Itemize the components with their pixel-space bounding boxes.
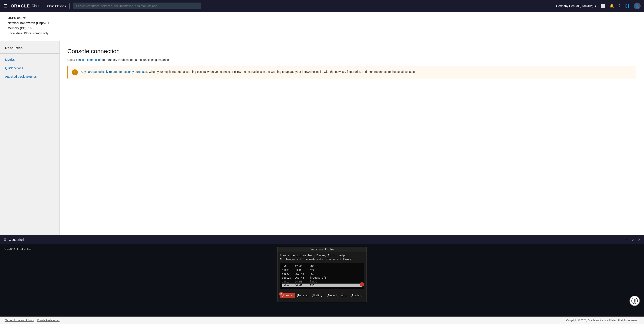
partition-editor-wrapper: │Partition Editor│ Create partitions for… <box>277 247 367 302</box>
partition-name: da0s4 <box>282 284 295 287</box>
screen-icon[interactable]: ⬜ <box>600 3 605 8</box>
partition-name: da0s1 <box>282 269 295 272</box>
help-svg <box>631 297 638 304</box>
network-label: Network bandwidth (Gbps): <box>8 21 47 25</box>
partition-size: 47 GB <box>295 265 310 268</box>
pe-btn-delete[interactable]: [Delete] <box>295 294 310 297</box>
console-connection-link[interactable]: console connection <box>76 58 102 61</box>
network-value: 1 <box>48 21 49 25</box>
warning-banner: ! Keys are periodically rotated for secu… <box>67 66 636 79</box>
pe-buttons: [Create]2[Delete][Modify][Revert][ Auto … <box>280 291 364 300</box>
partition-row: da0s1 33 MB efi <box>282 268 362 272</box>
pe-table: da0 47 GB MBR da0s1 33 MB efi da0s2 967 … <box>280 263 364 289</box>
cloud-text: Cloud <box>32 4 40 8</box>
sidebar-item-metrics[interactable]: Metrics <box>0 55 60 64</box>
info-row-disk: Local disk: Block storage only <box>8 31 636 35</box>
cloud-shell-menu-icon[interactable]: ☰ <box>4 238 6 241</box>
cloud-classic-button[interactable]: Cloud Classic > <box>44 3 70 9</box>
badge-2: 2 <box>279 292 283 296</box>
warning-rest: . When your key is rotated, a warning oc… <box>147 70 416 73</box>
partition-size: 967 MB <box>295 276 310 279</box>
partition-type: MBR <box>310 265 362 268</box>
minimize-icon[interactable]: — <box>625 238 628 242</box>
expand-icon[interactable]: ⤢ <box>632 238 634 242</box>
partition-name: da0 <box>282 265 295 268</box>
close-icon[interactable]: ✕ <box>638 238 640 242</box>
partition-size: 33 MB <box>295 269 310 272</box>
partition-row: da0 47 GB MBR <box>282 264 362 268</box>
pe-title: Partition Editor <box>310 248 334 251</box>
section-description: Use a console connection to remotely tro… <box>67 58 636 61</box>
ocpu-value: 1 <box>27 16 29 19</box>
footer-left: Terms of Use and Privacy Cookie Preferen… <box>5 319 60 322</box>
partition-name: da0s2 <box>282 273 295 276</box>
oracle-text: ORACLE <box>11 3 30 8</box>
sidebar: Resources Metrics Quick actions Attached… <box>0 41 60 235</box>
cookie-link[interactable]: Cookie Preferences <box>37 319 60 322</box>
footer-right: Copyright © 2024, Oracle and/or its affi… <box>566 319 639 322</box>
sidebar-item-quick-actions[interactable]: Quick actions <box>0 64 60 72</box>
chevron-down-icon: ▾ <box>595 4 596 8</box>
avatar[interactable]: 👤 <box>634 2 640 9</box>
cloud-shell-terminal: FreeBSD Installer │Partition Editor│ Cre… <box>0 244 644 317</box>
partition-size: 967 MB <box>295 273 310 276</box>
memory-value: 16 <box>28 26 32 30</box>
info-row-memory: Memory (GB): 16 <box>8 26 636 30</box>
info-row-network: Network bandwidth (Gbps): 1 <box>8 21 636 25</box>
bell-icon[interactable]: 🔔 <box>610 3 614 8</box>
region-selector[interactable]: Germany Central (Frankfurt) ▾ <box>556 4 596 8</box>
warning-icon: ! <box>72 69 78 75</box>
menu-icon[interactable]: ☰ <box>4 3 7 8</box>
oracle-logo: ORACLE Cloud <box>11 3 40 8</box>
partition-row: da0s2a 967 MB freebsd-ufs <box>282 276 362 280</box>
ocpu-label: OCPU count: <box>8 16 26 19</box>
partition-type: BSD <box>310 273 362 276</box>
disk-value: Block storage only <box>24 31 48 35</box>
content-area: Resources Metrics Quick actions Attached… <box>0 41 644 235</box>
page-title: Console connection <box>67 48 636 55</box>
pe-btn-auto[interactable]: [ Auto ] <box>340 291 349 300</box>
warning-link[interactable]: Keys are periodically rotated for securi… <box>81 70 147 73</box>
sidebar-title: Resources <box>0 46 60 54</box>
partition-row: da0s4 46 GB BSD1 <box>282 284 362 287</box>
cloud-shell-title: Cloud Shell <box>9 238 24 241</box>
partition-row: da0s3 64 MB fat32 <box>282 280 362 284</box>
pe-btn-modify[interactable]: [Modify] <box>310 294 325 297</box>
partition-editor: │Partition Editor│ Create partitions for… <box>277 247 367 302</box>
pe-btn-revert[interactable]: [Revert] <box>325 294 340 297</box>
help-icon[interactable]: ? <box>618 4 620 8</box>
search-input[interactable] <box>73 2 201 9</box>
partition-row: da0s2 967 MB BSD <box>282 272 362 276</box>
partition-type: BSD <box>310 284 362 287</box>
footer: Terms of Use and Privacy Cookie Preferen… <box>0 317 644 324</box>
freebsd-label: FreeBSD Installer <box>4 248 32 251</box>
partition-type: freebsd-ufs <box>310 276 362 279</box>
svg-rect-1 <box>634 299 636 301</box>
pe-body: Create partitions for pfSense, F1 for he… <box>278 252 366 302</box>
partition-type: fat32 <box>310 280 362 283</box>
desc-suffix: to remotely troubleshoot a malfunctionin… <box>102 58 170 61</box>
cloud-shell-bar-icons: — ⤢ ✕ <box>625 238 640 242</box>
pe-btn-finish[interactable]: [Finish] <box>349 294 364 297</box>
partition-type: efi <box>310 269 362 272</box>
partition-size: 64 MB <box>295 280 310 283</box>
navbar: ☰ ORACLE Cloud Cloud Classic > Germany C… <box>0 0 644 12</box>
desc-prefix: Use a <box>67 58 76 61</box>
sidebar-item-attached-volumes[interactable]: Attached block volumes <box>0 72 60 81</box>
main-content: Console connection Use a console connect… <box>60 41 644 235</box>
info-row-ocpu: OCPU count: 1 <box>8 16 636 19</box>
memory-label: Memory (GB): <box>8 26 28 30</box>
terms-link[interactable]: Terms of Use and Privacy <box>5 319 34 322</box>
navbar-right: Germany Central (Frankfurt) ▾ ⬜ 🔔 ? 🌐 👤 <box>556 2 640 9</box>
pe-desc-line1: Create partitions for pfSense, F1 for he… <box>280 254 364 257</box>
pe-title-bar: │Partition Editor│ <box>278 247 366 252</box>
globe-icon[interactable]: 🌐 <box>625 3 630 8</box>
info-panel: OCPU count: 1 Network bandwidth (Gbps): … <box>0 12 644 41</box>
warning-text: Keys are periodically rotated for securi… <box>81 69 416 74</box>
badge-1: 1 <box>360 282 364 287</box>
partition-size: 46 GB <box>295 284 310 287</box>
pe-btn-create[interactable]: [Create]2 <box>280 293 295 298</box>
region-label: Germany Central (Frankfurt) <box>556 4 594 8</box>
help-lifecycle-icon[interactable] <box>630 296 640 306</box>
svg-rect-2 <box>634 301 636 303</box>
